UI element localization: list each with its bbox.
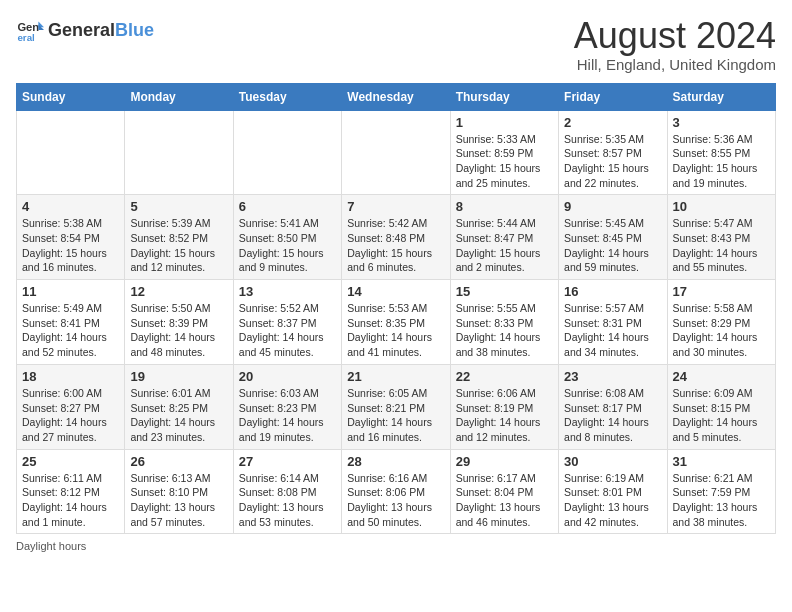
- logo-blue: Blue: [115, 20, 154, 41]
- header-tuesday: Tuesday: [233, 83, 341, 110]
- svg-text:eral: eral: [17, 32, 35, 43]
- day-number: 29: [456, 454, 553, 469]
- calendar-table: SundayMondayTuesdayWednesdayThursdayFrid…: [16, 83, 776, 535]
- day-number: 28: [347, 454, 444, 469]
- page-header: Gen eral GeneralBlue August 2024 Hill, E…: [16, 16, 776, 73]
- calendar-cell: 16Sunrise: 5:57 AMSunset: 8:31 PMDayligh…: [559, 280, 667, 365]
- day-info: Sunrise: 5:55 AMSunset: 8:33 PMDaylight:…: [456, 301, 553, 360]
- calendar-cell: [342, 110, 450, 195]
- day-number: 12: [130, 284, 227, 299]
- calendar-cell: 24Sunrise: 6:09 AMSunset: 8:15 PMDayligh…: [667, 364, 775, 449]
- day-info: Sunrise: 6:19 AMSunset: 8:01 PMDaylight:…: [564, 471, 661, 530]
- day-number: 21: [347, 369, 444, 384]
- calendar-cell: 3Sunrise: 5:36 AMSunset: 8:55 PMDaylight…: [667, 110, 775, 195]
- day-info: Sunrise: 6:21 AMSunset: 7:59 PMDaylight:…: [673, 471, 770, 530]
- calendar-cell: 18Sunrise: 6:00 AMSunset: 8:27 PMDayligh…: [17, 364, 125, 449]
- day-info: Sunrise: 6:03 AMSunset: 8:23 PMDaylight:…: [239, 386, 336, 445]
- calendar-cell: 30Sunrise: 6:19 AMSunset: 8:01 PMDayligh…: [559, 449, 667, 534]
- calendar-cell: 26Sunrise: 6:13 AMSunset: 8:10 PMDayligh…: [125, 449, 233, 534]
- day-info: Sunrise: 5:33 AMSunset: 8:59 PMDaylight:…: [456, 132, 553, 191]
- page-subtitle: Hill, England, United Kingdom: [574, 56, 776, 73]
- header-row: SundayMondayTuesdayWednesdayThursdayFrid…: [17, 83, 776, 110]
- calendar-cell: 20Sunrise: 6:03 AMSunset: 8:23 PMDayligh…: [233, 364, 341, 449]
- page-title: August 2024: [574, 16, 776, 56]
- day-info: Sunrise: 6:00 AMSunset: 8:27 PMDaylight:…: [22, 386, 119, 445]
- day-number: 5: [130, 199, 227, 214]
- day-info: Sunrise: 5:53 AMSunset: 8:35 PMDaylight:…: [347, 301, 444, 360]
- day-number: 17: [673, 284, 770, 299]
- calendar-cell: 13Sunrise: 5:52 AMSunset: 8:37 PMDayligh…: [233, 280, 341, 365]
- day-number: 15: [456, 284, 553, 299]
- calendar-cell: [17, 110, 125, 195]
- day-number: 23: [564, 369, 661, 384]
- calendar-cell: 31Sunrise: 6:21 AMSunset: 7:59 PMDayligh…: [667, 449, 775, 534]
- day-info: Sunrise: 5:52 AMSunset: 8:37 PMDaylight:…: [239, 301, 336, 360]
- day-number: 1: [456, 115, 553, 130]
- week-row-4: 25Sunrise: 6:11 AMSunset: 8:12 PMDayligh…: [17, 449, 776, 534]
- calendar-cell: 23Sunrise: 6:08 AMSunset: 8:17 PMDayligh…: [559, 364, 667, 449]
- day-number: 14: [347, 284, 444, 299]
- calendar-cell: 1Sunrise: 5:33 AMSunset: 8:59 PMDaylight…: [450, 110, 558, 195]
- day-number: 11: [22, 284, 119, 299]
- calendar-cell: 9Sunrise: 5:45 AMSunset: 8:45 PMDaylight…: [559, 195, 667, 280]
- header-saturday: Saturday: [667, 83, 775, 110]
- calendar-cell: 4Sunrise: 5:38 AMSunset: 8:54 PMDaylight…: [17, 195, 125, 280]
- calendar-cell: 21Sunrise: 6:05 AMSunset: 8:21 PMDayligh…: [342, 364, 450, 449]
- calendar-cell: 12Sunrise: 5:50 AMSunset: 8:39 PMDayligh…: [125, 280, 233, 365]
- day-info: Sunrise: 6:09 AMSunset: 8:15 PMDaylight:…: [673, 386, 770, 445]
- week-row-1: 4Sunrise: 5:38 AMSunset: 8:54 PMDaylight…: [17, 195, 776, 280]
- day-number: 18: [22, 369, 119, 384]
- calendar-cell: 11Sunrise: 5:49 AMSunset: 8:41 PMDayligh…: [17, 280, 125, 365]
- day-number: 22: [456, 369, 553, 384]
- calendar-cell: 10Sunrise: 5:47 AMSunset: 8:43 PMDayligh…: [667, 195, 775, 280]
- calendar-cell: 7Sunrise: 5:42 AMSunset: 8:48 PMDaylight…: [342, 195, 450, 280]
- calendar-cell: 5Sunrise: 5:39 AMSunset: 8:52 PMDaylight…: [125, 195, 233, 280]
- day-number: 8: [456, 199, 553, 214]
- header-monday: Monday: [125, 83, 233, 110]
- week-row-2: 11Sunrise: 5:49 AMSunset: 8:41 PMDayligh…: [17, 280, 776, 365]
- day-info: Sunrise: 5:39 AMSunset: 8:52 PMDaylight:…: [130, 216, 227, 275]
- day-info: Sunrise: 6:01 AMSunset: 8:25 PMDaylight:…: [130, 386, 227, 445]
- day-info: Sunrise: 5:49 AMSunset: 8:41 PMDaylight:…: [22, 301, 119, 360]
- day-number: 27: [239, 454, 336, 469]
- calendar-cell: 27Sunrise: 6:14 AMSunset: 8:08 PMDayligh…: [233, 449, 341, 534]
- calendar-cell: 22Sunrise: 6:06 AMSunset: 8:19 PMDayligh…: [450, 364, 558, 449]
- day-number: 25: [22, 454, 119, 469]
- day-info: Sunrise: 5:38 AMSunset: 8:54 PMDaylight:…: [22, 216, 119, 275]
- day-number: 7: [347, 199, 444, 214]
- calendar-cell: 25Sunrise: 6:11 AMSunset: 8:12 PMDayligh…: [17, 449, 125, 534]
- day-number: 6: [239, 199, 336, 214]
- day-number: 31: [673, 454, 770, 469]
- footer-note: Daylight hours: [16, 540, 776, 552]
- calendar-cell: 6Sunrise: 5:41 AMSunset: 8:50 PMDaylight…: [233, 195, 341, 280]
- calendar-cell: 29Sunrise: 6:17 AMSunset: 8:04 PMDayligh…: [450, 449, 558, 534]
- day-info: Sunrise: 6:06 AMSunset: 8:19 PMDaylight:…: [456, 386, 553, 445]
- day-info: Sunrise: 5:42 AMSunset: 8:48 PMDaylight:…: [347, 216, 444, 275]
- logo-icon: Gen eral: [16, 16, 44, 44]
- calendar-cell: 19Sunrise: 6:01 AMSunset: 8:25 PMDayligh…: [125, 364, 233, 449]
- logo-general: General: [48, 20, 115, 41]
- day-info: Sunrise: 6:16 AMSunset: 8:06 PMDaylight:…: [347, 471, 444, 530]
- day-number: 26: [130, 454, 227, 469]
- week-row-0: 1Sunrise: 5:33 AMSunset: 8:59 PMDaylight…: [17, 110, 776, 195]
- header-sunday: Sunday: [17, 83, 125, 110]
- day-number: 13: [239, 284, 336, 299]
- day-info: Sunrise: 5:47 AMSunset: 8:43 PMDaylight:…: [673, 216, 770, 275]
- header-wednesday: Wednesday: [342, 83, 450, 110]
- day-info: Sunrise: 5:41 AMSunset: 8:50 PMDaylight:…: [239, 216, 336, 275]
- calendar-cell: [125, 110, 233, 195]
- day-info: Sunrise: 5:35 AMSunset: 8:57 PMDaylight:…: [564, 132, 661, 191]
- calendar-cell: 15Sunrise: 5:55 AMSunset: 8:33 PMDayligh…: [450, 280, 558, 365]
- day-number: 10: [673, 199, 770, 214]
- day-info: Sunrise: 6:14 AMSunset: 8:08 PMDaylight:…: [239, 471, 336, 530]
- calendar-cell: 8Sunrise: 5:44 AMSunset: 8:47 PMDaylight…: [450, 195, 558, 280]
- day-number: 24: [673, 369, 770, 384]
- title-block: August 2024 Hill, England, United Kingdo…: [574, 16, 776, 73]
- day-info: Sunrise: 5:58 AMSunset: 8:29 PMDaylight:…: [673, 301, 770, 360]
- day-info: Sunrise: 5:57 AMSunset: 8:31 PMDaylight:…: [564, 301, 661, 360]
- day-number: 4: [22, 199, 119, 214]
- calendar-cell: [233, 110, 341, 195]
- logo: Gen eral GeneralBlue: [16, 16, 154, 44]
- day-number: 19: [130, 369, 227, 384]
- calendar-cell: 14Sunrise: 5:53 AMSunset: 8:35 PMDayligh…: [342, 280, 450, 365]
